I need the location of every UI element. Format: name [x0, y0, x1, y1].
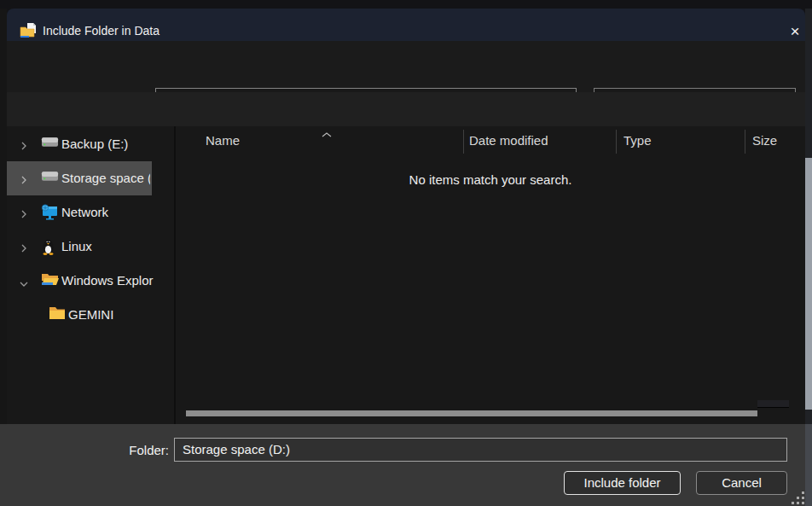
dialog-folder-icon [19, 22, 38, 43]
cancel-button[interactable]: Cancel [696, 471, 787, 495]
empty-list-message: No items match your search. [176, 172, 805, 187]
tree-item-label: Linux [61, 239, 159, 253]
tree-item-linux[interactable]: Linux [7, 230, 174, 264]
dialog-footer [0, 424, 805, 506]
window-left-edge [0, 9, 7, 424]
folder-field-label: Folder: [111, 443, 169, 457]
column-header-name[interactable]: Name [206, 133, 240, 148]
drive-icon [41, 170, 59, 185]
folder-icon [49, 306, 66, 323]
tree-item-label: GEMINI [68, 307, 165, 322]
tree-item-network[interactable]: Network [7, 195, 174, 230]
command-toolbar: Organize ▾ New folder ▾ ? [7, 92, 805, 126]
drive-icon [41, 136, 59, 151]
tree-item-label: Network [61, 205, 159, 219]
window-title: Include Folder in Data [43, 24, 160, 38]
file-list [176, 126, 805, 424]
chevron-right-icon[interactable] [19, 139, 29, 154]
navigation-bar: ← → ↑ Storage space (D:) [7, 41, 805, 92]
linux-icon [41, 238, 55, 259]
column-divider[interactable] [616, 130, 617, 154]
column-header-size[interactable]: Size [752, 133, 777, 148]
network-icon [41, 204, 58, 224]
tree-item-label: Windows Explor [61, 273, 159, 288]
folder-name-input[interactable]: Storage space (D:) [174, 438, 787, 462]
chevron-right-icon[interactable] [19, 173, 29, 189]
folder-open-icon [41, 272, 59, 290]
tree-item-label: Backup (E:) [61, 137, 159, 151]
tree-item-backup[interactable]: Backup (E:) [7, 127, 174, 161]
column-header-type[interactable]: Type [624, 133, 652, 148]
chevron-down-icon[interactable] [19, 277, 29, 293]
column-divider[interactable] [745, 130, 745, 154]
sort-ascending-icon[interactable] [321, 126, 333, 142]
resize-grip[interactable] [802, 491, 804, 494]
chevron-right-icon[interactable] [19, 241, 29, 257]
navigation-tree: Backup (E:) Storage space (D:) [7, 126, 174, 424]
horizontal-scrollbar[interactable] [186, 410, 757, 416]
title-bar[interactable]: Include Folder in Data × [7, 9, 805, 41]
column-divider[interactable] [463, 130, 464, 154]
tree-item-windows-explorer[interactable]: Windows Explor [7, 264, 174, 298]
tree-item-label: Storage space (D:) [61, 171, 150, 185]
chevron-right-icon[interactable] [19, 207, 29, 223]
include-folder-dialog: Include Folder in Data × ← → ↑ Storage s… [0, 0, 812, 506]
tree-item-gemini[interactable]: GEMINI [7, 298, 174, 332]
include-folder-button[interactable]: Include folder [564, 471, 681, 495]
background-scrollbar [805, 158, 812, 410]
window-right-edge [805, 410, 812, 424]
scrollbar-corner [757, 400, 789, 408]
window-right-edge [805, 424, 812, 506]
tree-item-storage-space[interactable]: Storage space (D:) [7, 161, 174, 195]
column-header-date-modified[interactable]: Date modified [469, 133, 548, 148]
